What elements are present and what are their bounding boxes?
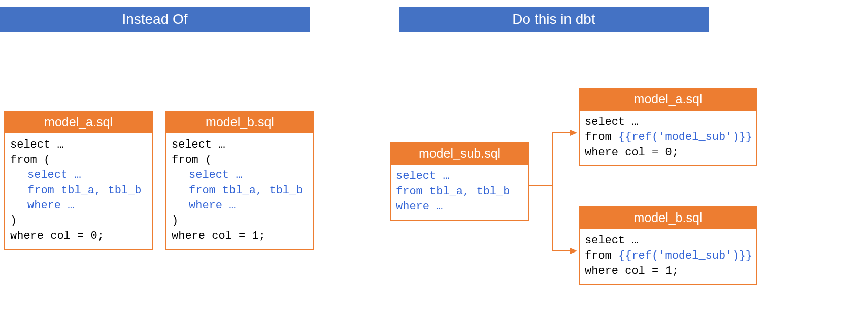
box-title: model_b.sql — [580, 207, 756, 229]
box-title: model_a.sql — [5, 112, 152, 133]
code-body: select … from tbl_a, tbl_b where … — [391, 165, 528, 220]
box-left-model-a: model_a.sql select … from ( select … fro… — [4, 111, 153, 250]
box-title: model_b.sql — [166, 112, 313, 133]
box-right-model-sub: model_sub.sql select … from tbl_a, tbl_b… — [390, 142, 529, 221]
connector-arrows — [529, 127, 580, 269]
box-right-model-b: model_b.sql select … from {{ref('model_s… — [579, 206, 757, 285]
box-left-model-b: model_b.sql select … from ( select … fro… — [165, 111, 314, 250]
header-do-this-in-dbt: Do this in dbt — [399, 7, 709, 32]
code-body: select … from {{ref('model_sub')}} where… — [580, 229, 756, 284]
code-body: select … from {{ref('model_sub')}} where… — [580, 111, 756, 165]
box-title: model_sub.sql — [391, 143, 528, 165]
code-body: select … from ( select … from tbl_a, tbl… — [5, 133, 152, 249]
header-instead-of: Instead Of — [0, 7, 310, 32]
code-body: select … from ( select … from tbl_a, tbl… — [166, 133, 313, 249]
box-title: model_a.sql — [580, 89, 756, 111]
box-right-model-a: model_a.sql select … from {{ref('model_s… — [579, 88, 757, 166]
